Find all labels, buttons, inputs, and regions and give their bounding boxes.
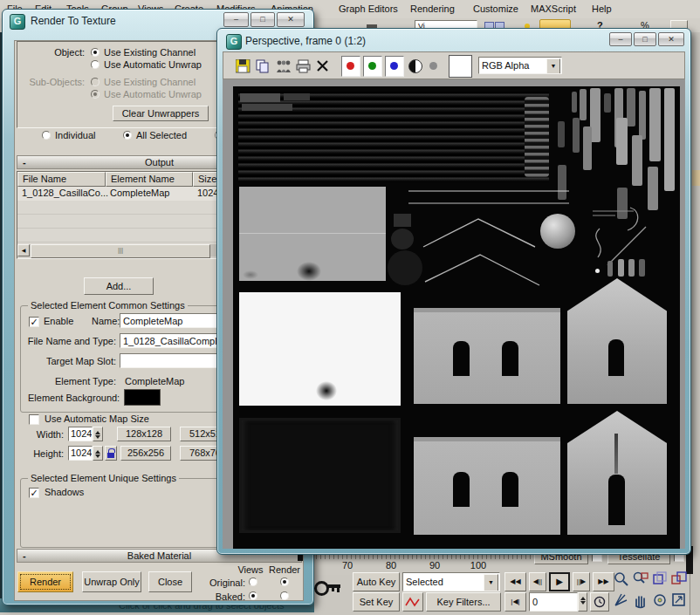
auto-map-size-checkbox[interactable]: [29, 414, 39, 425]
close-button[interactable]: ✕: [658, 32, 684, 46]
pan-hand-button[interactable]: [632, 591, 649, 609]
goto-start-button[interactable]: ◀◀: [504, 572, 526, 591]
key-filters-button[interactable]: Key Filters...: [426, 592, 501, 612]
menu-customize[interactable]: Customize: [473, 3, 518, 14]
clone-people-icon: [276, 59, 292, 73]
individual-radio[interactable]: [42, 131, 51, 140]
monochrome-channel-button[interactable]: [408, 59, 422, 73]
zoom-extents-button[interactable]: [651, 571, 669, 588]
clear-image-button[interactable]: [316, 59, 329, 74]
original-label: Original:: [195, 577, 245, 588]
height-spinner[interactable]: [93, 446, 103, 461]
dropdown-arrow-button[interactable]: ▼: [484, 574, 498, 591]
baked-render-radio[interactable]: [280, 591, 289, 600]
baked-views-radio[interactable]: [249, 591, 257, 600]
element-background-swatch[interactable]: [124, 389, 161, 406]
width-field[interactable]: 1024: [68, 427, 93, 441]
object-existing-channel-radio[interactable]: [91, 48, 100, 57]
original-render-radio[interactable]: [280, 577, 289, 586]
menu-graph-editors[interactable]: Graph Editors: [339, 3, 398, 14]
menu-rendering[interactable]: Rendering: [410, 3, 455, 14]
baked-wall-facade: [414, 308, 560, 404]
size-128-button[interactable]: 128x128: [117, 427, 171, 441]
menu-help[interactable]: Help: [592, 3, 612, 14]
time-configuration-button[interactable]: [590, 592, 609, 612]
object-auto-unwrap-radio[interactable]: [91, 60, 100, 69]
render-button[interactable]: Render: [17, 571, 73, 592]
baked-bar: [628, 259, 635, 277]
menu-maxscript[interactable]: MAXScript: [531, 3, 576, 14]
baked-label: Baked:: [195, 591, 245, 602]
alpha-channel-button[interactable]: [429, 62, 437, 70]
spinner-up-icon[interactable]: [95, 448, 100, 454]
zoom-all-button[interactable]: [632, 571, 649, 588]
spinner-down-icon[interactable]: [95, 435, 100, 441]
unwrap-only-button[interactable]: Unwrap Only: [82, 571, 141, 592]
frame-spinner[interactable]: [578, 592, 587, 612]
original-views-radio[interactable]: [249, 577, 257, 586]
goto-end-button[interactable]: ▶▶: [593, 572, 614, 591]
zoom-button[interactable]: [613, 571, 630, 588]
rendered-frame-window: G Perspective, frame 0 (1:2) – □ ✕: [216, 28, 691, 555]
default-in-out-tangent-button[interactable]: [402, 592, 423, 612]
minimize-button[interactable]: –: [609, 32, 632, 46]
selection-set-dropdown[interactable]: Selected ▼: [402, 572, 500, 591]
zoom-extents-all-button[interactable]: [670, 571, 688, 588]
maximize-viewport-button[interactable]: [670, 591, 688, 609]
column-header-element-name[interactable]: Element Name: [106, 172, 193, 187]
add-element-button[interactable]: Add...: [84, 277, 154, 295]
spinner-down-icon[interactable]: [95, 454, 100, 461]
minimize-button[interactable]: –: [223, 12, 249, 27]
field-of-view-button[interactable]: [613, 591, 630, 609]
shadows-checkbox[interactable]: ✓: [29, 488, 39, 498]
ruler-label-100: 100: [469, 560, 488, 571]
keyboard-override-key-icon[interactable]: [314, 579, 342, 595]
channel-display-dropdown[interactable]: RGB Alpha ▼: [478, 57, 562, 74]
unique-settings-legend: Selected Element Unique Settings: [28, 473, 179, 483]
print-image-button[interactable]: [296, 59, 311, 75]
current-frame-field[interactable]: 0: [529, 592, 578, 612]
lock-body: [107, 453, 114, 458]
close-button[interactable]: ✕: [277, 12, 305, 27]
save-image-button[interactable]: [236, 59, 250, 75]
baked-dark-plane: [239, 418, 401, 533]
spinner-up-icon[interactable]: [580, 594, 586, 600]
key-tooth2: [337, 588, 340, 592]
background-color-swatch[interactable]: [449, 55, 472, 78]
play-button[interactable]: ▶: [549, 572, 570, 591]
scroll-thumb[interactable]: |||: [31, 244, 210, 258]
spinner-down-icon[interactable]: [580, 601, 586, 607]
copy-image-button[interactable]: [256, 59, 270, 75]
height-field[interactable]: 1024: [68, 446, 93, 461]
column-header-file-name[interactable]: File Name: [17, 172, 106, 187]
delete-x-icon: [316, 59, 329, 72]
render-client: [223, 79, 685, 549]
size-256-button[interactable]: 256x256: [120, 446, 171, 461]
next-frame-button[interactable]: ||▶: [573, 572, 590, 591]
previous-frame-button[interactable]: ◀||: [529, 572, 546, 591]
green-channel-button[interactable]: [363, 56, 382, 77]
channel-display-value: RGB Alpha: [482, 60, 529, 71]
rendered-image-canvas[interactable]: [233, 86, 680, 549]
blue-channel-button[interactable]: [385, 56, 404, 77]
auto-key-button[interactable]: Auto Key: [353, 572, 400, 591]
clear-unwrappers-button[interactable]: Clear Unwrappers: [113, 106, 209, 121]
width-spinner[interactable]: [93, 427, 103, 441]
all-selected-radio[interactable]: [123, 131, 132, 140]
set-key-button[interactable]: Set Key: [353, 592, 400, 612]
close-dialog-button[interactable]: Close: [148, 571, 192, 592]
enable-checkbox[interactable]: ✓: [29, 317, 39, 327]
lock-aspect-button[interactable]: [105, 446, 117, 461]
render-column-label: Render: [264, 564, 305, 575]
maximize-button[interactable]: □: [250, 12, 275, 27]
spinner-up-icon[interactable]: [95, 428, 100, 434]
dropdown-arrow-button[interactable]: ▼: [546, 58, 560, 74]
arc-rotate-button[interactable]: [651, 591, 669, 609]
scroll-left-button[interactable]: ◀: [17, 244, 30, 256]
clone-window-button[interactable]: [276, 59, 292, 75]
key-mode-toggle-button[interactable]: |◀|: [504, 592, 526, 612]
baked-light-plane: [239, 292, 401, 406]
baked-pole-shadow: [614, 434, 618, 474]
restore-button[interactable]: □: [634, 32, 656, 46]
red-channel-button[interactable]: [341, 56, 360, 77]
